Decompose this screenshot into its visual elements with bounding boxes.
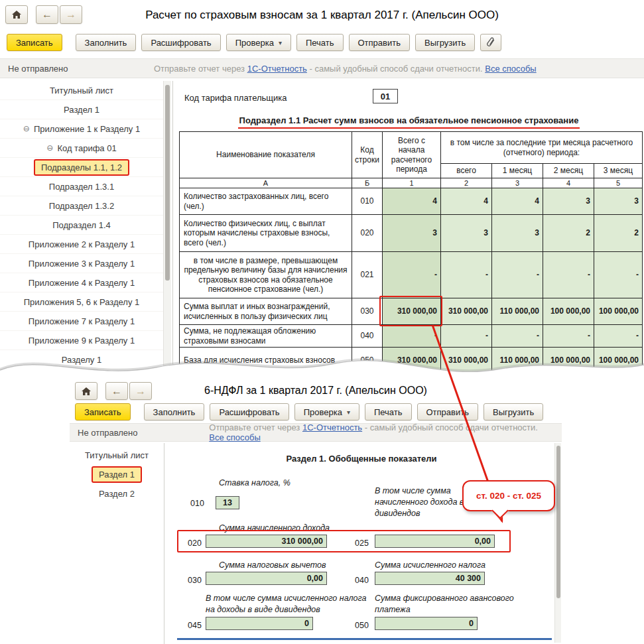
forward-button[interactable]: → (60, 5, 82, 24)
line-code-cell: 020 (352, 215, 383, 252)
export-button[interactable]: Выгрузить (483, 403, 543, 420)
link-1c-otchetnost[interactable]: 1С-Отчетность (302, 422, 362, 432)
value-cell[interactable]: - (441, 252, 492, 298)
check-button[interactable]: Проверка▾ (226, 34, 291, 51)
sidebar-item-prilozhenie-1[interactable]: ⊖Приложение 1 к Разделу 1 (0, 119, 163, 139)
fill-button[interactable]: Заполнить (144, 403, 205, 420)
sidebar-item-razdel-2[interactable]: Раздел 2 (70, 484, 164, 503)
sidebar-item-podrazdel-1-4[interactable]: Подраздел 1.4 (0, 216, 163, 235)
label-tax: Сумма исчисленного налога (375, 560, 485, 571)
value-cell[interactable]: 2 (594, 215, 643, 252)
value-cell[interactable]: - (492, 252, 543, 298)
code-025: 025 (355, 539, 369, 548)
value-cell[interactable]: 310 000,00 (441, 298, 492, 325)
sidebar-item-prilozhenie-3[interactable]: Приложение 3 к Разделу 1 (0, 254, 163, 273)
input-025-dividend-income[interactable]: 0,00 (375, 535, 495, 548)
sidebar-item-prilozhenie-4[interactable]: Приложение 4 к Разделу 1 (0, 273, 163, 292)
sidebar-item-label: Приложение 2 к Разделу 1 (29, 239, 135, 249)
line-code-cell: 030 (352, 298, 383, 325)
col-indicator-name: Наименование показателя (180, 132, 352, 178)
back-icon: ← (42, 9, 52, 21)
link-all-ways[interactable]: Все способы (209, 432, 260, 442)
col-sub-total: всего (441, 164, 492, 178)
back-button[interactable]: ← (105, 382, 128, 400)
collapse-icon[interactable]: ⊖ (46, 143, 53, 153)
value-cell[interactable]: 100 000,00 (543, 298, 594, 325)
label-rate: Ставка налога, % (219, 478, 290, 489)
link-1c-otchetnost[interactable]: 1С-Отчетность (247, 64, 307, 74)
forward-icon: → (66, 9, 76, 21)
sidebar-item-kod-tarifa-01[interactable]: ⊖Код тарифа 01 (0, 139, 163, 158)
value-cell[interactable]: 3 (492, 215, 543, 252)
attach-button[interactable] (480, 34, 501, 51)
indicator-name-cell: Сумма выплат и иных вознаграждений, исчи… (180, 298, 352, 325)
input-010-rate[interactable]: 13 (216, 496, 239, 509)
sidebar-item-titulnyi-list[interactable]: Титульный лист (0, 81, 163, 100)
tariff-code-input[interactable]: 01 (373, 89, 398, 103)
link-all-ways[interactable]: Все способы (485, 64, 536, 74)
sidebar-item-podrazdel-1-3-1[interactable]: Подраздел 1.3.1 (0, 177, 163, 196)
sidebar-item-razdel-1[interactable]: Раздел 1 (70, 465, 164, 484)
value-cell[interactable]: 4 (492, 188, 543, 215)
value-cell[interactable]: 3 (383, 215, 441, 252)
sidebar-item-razdel-1[interactable]: Раздел 1 (0, 100, 163, 119)
forward-button[interactable]: → (129, 382, 152, 400)
sidebar-item-prilozhenie-2[interactable]: Приложение 2 к Разделу 1 (0, 235, 163, 254)
sidebar-item-podrazdel-1-3-2[interactable]: Подраздел 1.3.2 (0, 196, 163, 216)
value-cell[interactable]: 3 (543, 188, 594, 215)
letter-cell: 1 (383, 178, 441, 188)
back-button[interactable]: ← (36, 5, 58, 24)
status-message: Отправьте отчет через 1С-Отчетность - са… (209, 422, 554, 442)
col-total-from-start: Всего с начала расчетного периода (383, 132, 441, 178)
value-cell[interactable]: 2 (543, 215, 594, 252)
collapse-icon[interactable]: ⊖ (23, 124, 30, 133)
form-scrollbar-thumb[interactable] (556, 446, 560, 598)
decipher-button[interactable]: Расшифровать (210, 403, 289, 420)
value-cell[interactable]: - (383, 252, 441, 298)
code-020: 020 (188, 539, 202, 548)
sidebar-item-label: Подраздел 1.3.2 (49, 201, 114, 211)
print-button[interactable]: Печать (365, 403, 412, 420)
table-row: Количество физических лиц, с выплат кото… (180, 215, 643, 252)
letter-cell: 4 (543, 178, 594, 188)
value-cell[interactable]: 100 000,00 (594, 298, 643, 325)
col-line-code: Код строки (352, 132, 383, 178)
home-button[interactable] (5, 5, 28, 24)
export-button[interactable]: Выгрузить (415, 34, 475, 51)
value-cell[interactable]: 3 (441, 215, 492, 252)
value-cell[interactable]: - (594, 252, 643, 298)
sidebar-item-prilozheniya-5-6[interactable]: Приложения 5, 6 к Разделу 1 (0, 292, 163, 312)
send-button[interactable]: Отправить (349, 34, 410, 51)
selected-item-highlight: Подразделы 1.1, 1.2 (34, 159, 129, 176)
value-cell[interactable]: - (543, 252, 594, 298)
sidebar-item-prilozhenie-7[interactable]: Приложение 7 к Разделу 1 (0, 312, 163, 331)
value-cell[interactable]: 4 (441, 188, 492, 215)
subsection-title-wrap: Подраздел 1.1 Расчет сумм взносов на обя… (174, 114, 644, 126)
letter-cell: 2 (441, 178, 492, 188)
send-button[interactable]: Отправить (417, 403, 478, 420)
sidebar-item-label: Приложение 1 к Разделу 1 (34, 124, 140, 134)
save-button[interactable]: Записать (75, 403, 131, 420)
home-button[interactable] (75, 382, 97, 400)
input-045-dividend-tax[interactable]: 0 (206, 617, 313, 630)
input-030-deductions[interactable]: 0,00 (206, 572, 327, 585)
sidebar-item-podrazdely-1-1-1-2[interactable]: Подразделы 1.1, 1.2 (0, 158, 163, 177)
sidebar-scrollbar-thumb[interactable] (165, 85, 170, 281)
decipher-button[interactable]: Расшифровать (141, 34, 220, 51)
value-cell-030-total[interactable]: 310 000,00 (383, 298, 441, 325)
input-020-income[interactable]: 310 000,00 (206, 535, 327, 548)
form-scrollbar[interactable] (554, 443, 561, 643)
value-cell[interactable]: 110 000,00 (492, 298, 543, 325)
sidebar-item-titulnyi-list[interactable]: Титульный лист (70, 446, 164, 465)
subsection-title: Подраздел 1.1 Расчет сумм взносов на обя… (238, 115, 580, 129)
print-button[interactable]: Печать (296, 34, 344, 51)
input-050-advance[interactable]: 0 (375, 617, 478, 630)
value-cell[interactable]: 3 (594, 188, 643, 215)
sidebar-item-label: Приложение 7 к Разделу 1 (29, 316, 135, 326)
fill-button[interactable]: Заполнить (76, 34, 137, 51)
check-button[interactable]: Проверка▾ (294, 403, 359, 420)
save-button[interactable]: Записать (7, 34, 62, 51)
input-040-tax[interactable]: 40 300 (375, 572, 485, 585)
value-cell[interactable]: 4 (383, 188, 441, 215)
sidebar-item-label: Раздел 1 (99, 470, 135, 480)
